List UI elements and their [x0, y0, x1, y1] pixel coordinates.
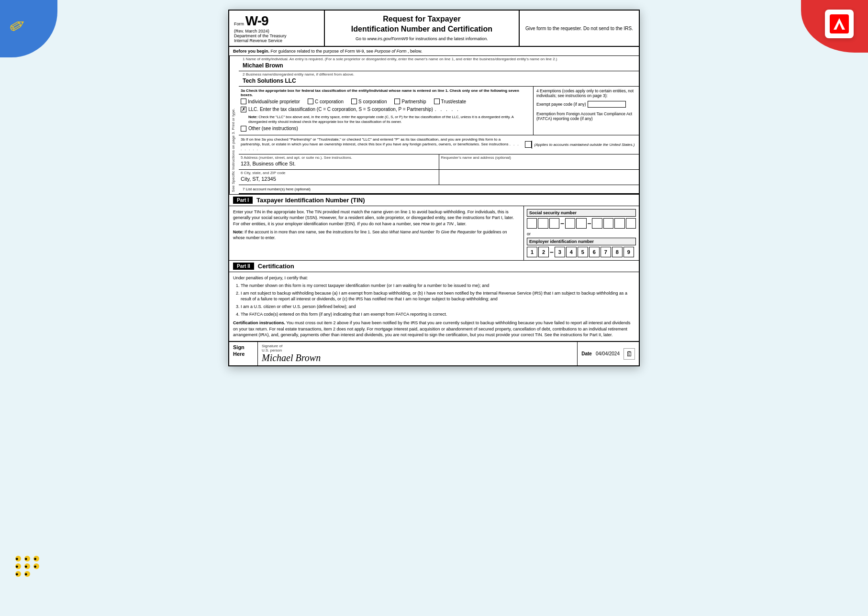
section-content: 1 Name of entity/individual. An entry is… — [239, 56, 639, 194]
line6-value[interactable]: City, ST, 12345 — [241, 175, 437, 184]
cert-item-3: I am a U.S. citizen or other U.S. person… — [241, 304, 635, 310]
ein-box-5[interactable]: 5 — [578, 247, 588, 257]
cb-trust[interactable]: Trust/estate — [434, 99, 466, 104]
cb-trust-box[interactable] — [434, 99, 440, 104]
fatca-label: Exemption from Foreign Account Tax Compl… — [536, 111, 636, 121]
ssn-box-1[interactable] — [527, 218, 537, 229]
before-begin-banner: Before you begin. For guidance related t… — [229, 47, 639, 56]
line5-left: 5 Address (number, street, and apt. or s… — [239, 154, 439, 169]
cb-ccorp[interactable]: C corporation — [308, 99, 344, 104]
form-header: Form W-9 (Rev. March 2024) Department of… — [229, 11, 639, 47]
line6-left: 6 City, state, and ZIP code City, ST, 12… — [239, 170, 439, 185]
llc-text: LLC. Enter the tax classification (C = C… — [248, 107, 433, 112]
llc-row: LLC. Enter the tax classification (C = C… — [241, 106, 531, 113]
exempt-payee-input[interactable] — [588, 101, 626, 108]
ein-box-9[interactable]: 9 — [623, 247, 634, 257]
cb-individual-box[interactable] — [241, 99, 246, 104]
dot: ● — [15, 556, 21, 561]
main-section: See Specific Instructions on page 3. Pri… — [229, 56, 639, 195]
line6-label: 6 City, state, and ZIP code — [241, 171, 437, 175]
dot: ● — [33, 556, 39, 561]
sign-here-label: SignHere — [229, 342, 258, 365]
exempt-payee-label: Exempt payee code (if any) — [536, 102, 586, 107]
requester-label: Requester's name and address (optional) — [441, 155, 637, 160]
line3a-left: 3a Check the appropriate box for federal… — [239, 87, 534, 135]
cb-scorp[interactable]: S corporation — [351, 99, 387, 104]
cb-individual[interactable]: Individual/sole proprietor — [241, 99, 300, 104]
cert-instructions: Certification instructions. You must cro… — [233, 320, 635, 338]
ein-box-2[interactable]: 2 — [538, 247, 549, 257]
line2-label: 2 Business name/disregarded entity name,… — [239, 71, 639, 77]
ein-input-boxes: 1 2 – 3 4 5 6 7 8 9 — [527, 247, 636, 257]
ein-box-8[interactable]: 8 — [612, 247, 623, 257]
cb-scorp-label: S corporation — [358, 99, 387, 104]
ssn-box-3[interactable] — [549, 218, 559, 229]
ssn-box-6[interactable] — [592, 218, 602, 229]
line1-label: 1 Name of entity/individual. An entry is… — [239, 56, 639, 61]
ein-label: Employer identification number — [527, 238, 636, 245]
ssn-box-9[interactable] — [626, 218, 636, 229]
header-right: Give form to the requester. Do not send … — [520, 11, 639, 46]
dot: ● — [24, 563, 30, 569]
rev-date: (Rev. March 2024) — [234, 29, 319, 33]
ssn-box-2[interactable] — [538, 218, 548, 229]
ssn-box-8[interactable] — [614, 218, 624, 229]
line2-value[interactable]: Tech Solutions LLC — [239, 77, 639, 86]
tin-instructions: Enter your TIN in the appropriate box. T… — [229, 206, 524, 260]
requester-address-fill[interactable] — [439, 170, 639, 185]
cb-other-box[interactable] — [241, 126, 246, 132]
cb-llc-box[interactable] — [241, 107, 246, 112]
dots-decoration: ● ● ● ● ● ● ● ● — [14, 555, 40, 578]
ein-box-1[interactable]: 1 — [527, 247, 537, 257]
date-label: Date — [581, 351, 592, 356]
calendar-icon[interactable]: 🗓 — [623, 348, 635, 360]
dot: ● — [33, 563, 39, 569]
cb-ccorp-box[interactable] — [308, 99, 313, 104]
cb-individual-label: Individual/sole proprietor — [248, 99, 300, 104]
ssn-dash-1: – — [560, 220, 564, 227]
line5-value[interactable]: 123, Business office St. — [241, 160, 437, 168]
cb-partnership[interactable]: Partnership — [394, 99, 426, 104]
ssn-box-7[interactable] — [603, 218, 613, 229]
certification-section: Under penalties of perjury, I certify th… — [229, 272, 639, 341]
exemptions-panel: 4 Exemptions (codes apply only to certai… — [534, 87, 639, 135]
cb-scorp-box[interactable] — [351, 99, 357, 104]
ein-box-3[interactable]: 3 — [555, 247, 565, 257]
signature-label: Signature ofU.S. person — [262, 344, 573, 352]
ssn-label: Social security number — [527, 209, 636, 217]
other-row[interactable]: Other (see instructions) — [241, 126, 531, 132]
tin-section: Enter your TIN in the appropriate box. T… — [229, 206, 639, 261]
ein-box-6[interactable]: 6 — [589, 247, 600, 257]
dot: ● — [15, 563, 21, 569]
date-value[interactable]: 04/04/2024 — [596, 351, 620, 356]
cb-trust-label: Trust/estate — [441, 99, 466, 104]
ein-box-7[interactable]: 7 — [601, 247, 611, 257]
date-area: Date 04/04/2024 🗓 — [578, 342, 639, 365]
part2-header: Part II Certification — [229, 261, 639, 272]
website-instruction: Go to www.irs.gov/FormW9 for instruction… — [330, 36, 514, 41]
ein-box-4[interactable]: 4 — [566, 247, 577, 257]
ssn-box-5[interactable] — [576, 218, 586, 229]
cert-item-4: The FATCA code(s) entered on this form (… — [241, 311, 635, 318]
line6-row: 6 City, state, and ZIP code City, ST, 12… — [239, 170, 639, 185]
line3b-checkbox[interactable] — [525, 141, 532, 148]
part1-title: Taxpayer Identification Number (TIN) — [256, 197, 365, 204]
page-wrapper: Form W-9 (Rev. March 2024) Department of… — [0, 0, 868, 376]
cb-partnership-box[interactable] — [394, 99, 400, 104]
signature-area[interactable]: Signature ofU.S. person Michael Brown — [258, 342, 578, 365]
certification-list: The number shown on this form is my corr… — [233, 283, 635, 317]
line7-label: 7 List account number(s) here (optional) — [243, 187, 311, 191]
ssn-box-4[interactable] — [565, 218, 575, 229]
sign-here-row: SignHere Signature ofU.S. person Michael… — [229, 341, 639, 365]
requester-area: Requester's name and address (optional) — [439, 154, 639, 169]
exempt-payee-row: Exempt payee code (if any) — [536, 101, 636, 108]
header-center: Request for Taxpayer Identification Numb… — [325, 11, 520, 46]
part1-badge: Part I — [233, 197, 253, 204]
signature-value[interactable]: Michael Brown — [262, 352, 573, 363]
or-label: or — [527, 231, 636, 236]
form-main-title: Request for Taxpayer Identification Numb… — [330, 14, 514, 34]
line3a-section: 3a Check the appropriate box for federal… — [239, 87, 639, 135]
w9-form: Form W-9 (Rev. March 2024) Department of… — [228, 10, 640, 366]
line1-value[interactable]: Michael Brown — [239, 61, 639, 71]
vertical-instructions: See Specific Instructions on page 3. Pri… — [229, 56, 239, 194]
